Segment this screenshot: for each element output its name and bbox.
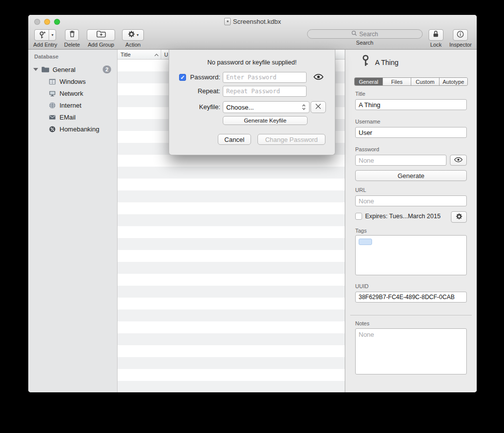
sheet-repeat-input[interactable] xyxy=(223,86,307,97)
group-count-badge: 2 xyxy=(103,65,111,73)
envelope-icon xyxy=(48,113,57,122)
eye-icon xyxy=(313,73,324,82)
popup-chevrons-icon xyxy=(302,104,306,111)
action-button[interactable]: ▾ xyxy=(122,29,144,41)
delete-label: Delete xyxy=(64,42,80,48)
password-field[interactable] xyxy=(355,155,446,166)
url-field[interactable] xyxy=(355,195,467,206)
folder-plus-icon xyxy=(96,30,107,40)
sidebar-item-label: Internet xyxy=(60,102,81,109)
generate-button-label: Generate xyxy=(397,172,424,180)
tab-general[interactable]: General xyxy=(355,78,383,85)
toolbar-item-add-entry: ▾ Add Entry xyxy=(33,29,57,48)
titlebar[interactable]: Screenshot.kdbx xyxy=(28,15,477,28)
change-password-button-label: Change Password xyxy=(265,136,317,143)
sheet-keyfile-label: Keyfile: xyxy=(180,102,220,113)
window-title: Screenshot.kdbx xyxy=(233,18,281,25)
windows-icon xyxy=(48,77,57,86)
toolbar-item-action: ▾ Action xyxy=(122,29,144,48)
info-icon xyxy=(456,30,464,40)
expires-settings-button[interactable] xyxy=(451,211,467,223)
expires-row: Expires: Tues...March 2015 xyxy=(355,213,441,220)
toolbar-item-lock: Lock xyxy=(429,29,443,48)
password-checkbox[interactable] xyxy=(179,74,186,81)
username-field-label: Username xyxy=(355,119,380,124)
uuid-field[interactable] xyxy=(355,292,467,303)
sidebar: Database General 2 Windows Network xyxy=(28,50,118,392)
delete-button[interactable] xyxy=(65,29,79,41)
folder-icon xyxy=(41,65,50,74)
title-field-label: Title xyxy=(355,91,365,97)
sidebar-group-general[interactable]: General 2 xyxy=(28,63,117,75)
tab-autotype[interactable]: Autotype xyxy=(440,78,467,85)
inspector-label: Inspector xyxy=(449,42,472,48)
sidebar-item-label: Homebanking xyxy=(60,125,99,133)
generate-keyfile-label: Generate Keyfile xyxy=(244,118,287,124)
trash-icon xyxy=(68,30,76,40)
add-entry-dropdown-arrow[interactable]: ▾ xyxy=(49,30,56,40)
sidebar-item-windows[interactable]: Windows xyxy=(28,75,117,87)
disclosure-triangle-icon[interactable] xyxy=(33,68,38,71)
add-group-button[interactable] xyxy=(87,29,115,41)
percent-icon xyxy=(48,125,57,133)
search-input[interactable]: Search xyxy=(307,29,423,39)
sheet-message: No password or keyfile supplied! xyxy=(169,59,335,66)
inspector-divider xyxy=(350,315,472,315)
change-password-button[interactable]: Change Password xyxy=(257,134,325,145)
window-header: Screenshot.kdbx ▾ Add Entry xyxy=(28,15,477,50)
column-header-title[interactable]: Title xyxy=(118,50,161,59)
toolbar-item-add-group: Add Group xyxy=(87,29,115,48)
expires-label: Expires: Tues...March 2015 xyxy=(365,213,441,220)
generate-password-button[interactable]: Generate xyxy=(355,170,467,181)
action-label: Action xyxy=(126,42,141,48)
clear-keyfile-button[interactable] xyxy=(311,101,326,113)
sheet-password-input[interactable] xyxy=(223,72,307,83)
password-field-label: Password xyxy=(355,146,379,152)
lock-label: Lock xyxy=(430,42,441,48)
tags-box[interactable] xyxy=(355,235,467,275)
keyfile-popup[interactable]: Choose... xyxy=(223,101,310,113)
toolbar: ▾ Add Entry Delete Add Group xyxy=(28,28,477,50)
action-dropdown-arrow: ▾ xyxy=(137,33,139,37)
inspector-tabs: General Files Custom Autotype xyxy=(354,77,468,86)
lock-button[interactable] xyxy=(429,29,443,41)
reveal-sheet-password-button[interactable] xyxy=(311,72,326,83)
sidebar-item-email[interactable]: EMail xyxy=(28,111,117,123)
sidebar-item-homebanking[interactable]: Homebanking xyxy=(28,123,117,135)
add-entry-button[interactable]: ▾ xyxy=(34,29,56,41)
app-window: Screenshot.kdbx ▾ Add Entry xyxy=(28,15,477,392)
generate-keyfile-button[interactable]: Generate Keyfile xyxy=(223,116,308,125)
sidebar-section-header: Database xyxy=(34,54,59,60)
lock-icon xyxy=(432,30,440,40)
sort-ascending-icon xyxy=(154,52,159,58)
notes-field[interactable] xyxy=(355,328,467,374)
cancel-button-label: Cancel xyxy=(224,136,244,143)
search-icon xyxy=(351,30,357,38)
reveal-password-button[interactable] xyxy=(450,155,467,166)
url-field-label: URL xyxy=(355,187,366,193)
toolbar-right-group: Search Search Lock xyxy=(307,29,472,48)
add-group-label: Add Group xyxy=(88,42,114,48)
sheet-repeat-label: Repeat: xyxy=(180,86,220,97)
gear-icon xyxy=(455,213,463,222)
cancel-button[interactable]: Cancel xyxy=(218,134,251,145)
sidebar-item-label: Windows xyxy=(60,78,86,85)
tag-chip[interactable] xyxy=(359,239,372,245)
inspector-button[interactable] xyxy=(453,29,468,41)
inspector-panel: A Thing General Files Custom Autotype Ti… xyxy=(345,50,477,392)
sidebar-item-internet[interactable]: Internet xyxy=(28,99,117,111)
window-title-area: Screenshot.kdbx xyxy=(28,15,477,28)
tab-custom[interactable]: Custom xyxy=(411,78,440,85)
search-placeholder: Search xyxy=(359,31,378,38)
key-plus-icon xyxy=(35,30,49,40)
keyfile-popup-value: Choose... xyxy=(226,104,254,111)
tab-files[interactable]: Files xyxy=(383,78,411,85)
expires-checkbox[interactable] xyxy=(355,213,362,220)
sidebar-item-label: Network xyxy=(60,90,83,97)
title-field[interactable] xyxy=(355,99,467,110)
sidebar-group-label: General xyxy=(53,66,75,73)
sidebar-item-label: EMail xyxy=(60,114,76,121)
sidebar-item-network[interactable]: Network xyxy=(28,87,117,99)
network-icon xyxy=(48,89,57,98)
username-field[interactable] xyxy=(355,127,467,138)
